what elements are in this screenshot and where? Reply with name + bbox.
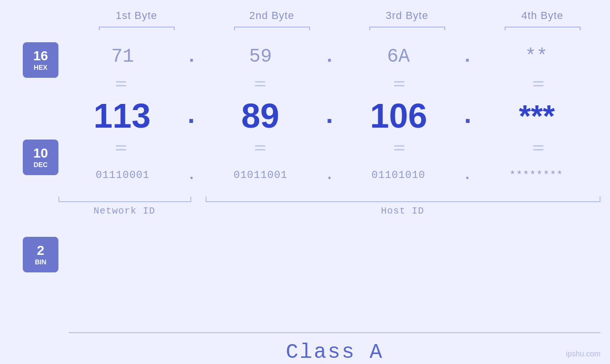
host-id-label: Host ID [205, 205, 601, 216]
equals-2 [197, 81, 322, 86]
watermark: ipshu.com [566, 350, 601, 358]
hex-row: 71 . 59 . 6A . ** [58, 37, 601, 75]
equals-4 [476, 81, 601, 86]
byte-headers-row: 1st Byte 2nd Byte 3rd Byte 4th Byte [0, 9, 610, 22]
bin-badge: 2 BIN [23, 237, 58, 272]
bottom-bracket-lines [58, 196, 601, 203]
byte-header-3: 3rd Byte [339, 9, 475, 22]
network-bottom-bracket [58, 196, 191, 202]
hex-base-label: HEX [34, 64, 47, 71]
byte-header-4: 4th Byte [475, 9, 610, 22]
equals-7 [337, 145, 461, 150]
dec-b1-cell: 113 [58, 96, 186, 135]
bracket-1 [69, 27, 204, 30]
bin-base-label: BIN [35, 258, 46, 266]
dec-b1-value: 113 [94, 96, 150, 135]
dec-badge: 10 DEC [23, 140, 58, 175]
bin-b4-value: ******** [509, 169, 563, 181]
bracket-2 [204, 27, 339, 30]
hex-base-number: 16 [33, 49, 48, 64]
dec-b3-cell: 106 [335, 96, 462, 135]
dec-base-number: 10 [33, 146, 48, 161]
top-brackets [0, 27, 610, 30]
bin-b1-cell: 01110001 [58, 169, 187, 181]
dec-b2-value: 89 [241, 96, 279, 135]
bin-b2-cell: 01011001 [197, 169, 325, 181]
equals-5 [58, 145, 183, 150]
hex-badge: 16 HEX [23, 42, 58, 78]
bin-b2-value: 01011001 [234, 169, 288, 181]
main-container: 1st Byte 2nd Byte 3rd Byte 4th Byte 16 H… [0, 0, 610, 364]
dec-b4-cell: *** [473, 98, 601, 134]
equals-1 [58, 81, 183, 86]
hex-b2-cell: 59 [197, 46, 325, 67]
equals-row-2 [58, 140, 601, 156]
bin-b3-cell: 01101010 [334, 169, 463, 181]
class-section: Class A [0, 332, 610, 364]
byte-header-1: 1st Byte [69, 9, 204, 22]
class-divider-line [69, 332, 601, 333]
bracket-3 [339, 27, 475, 30]
main-data-area: 16 HEX 10 DEC 2 BIN 71 . [0, 37, 610, 324]
equals-row-1 [58, 75, 601, 92]
equals-3 [337, 81, 461, 86]
dec-base-label: DEC [34, 161, 48, 168]
bin-b4-cell: ******** [472, 169, 601, 181]
bottom-label-section: Network ID Host ID [58, 196, 601, 216]
host-bottom-bracket [206, 196, 601, 202]
class-label: Class A [69, 340, 601, 364]
dec-row: 113 . 89 . 106 . *** [58, 92, 601, 140]
hex-b4-cell: ** [472, 46, 601, 67]
bracket-4 [475, 27, 610, 30]
hex-b4-value: ** [525, 46, 548, 67]
network-id-label: Network ID [58, 205, 190, 216]
dec-b2-cell: 89 [197, 96, 324, 135]
id-labels-row: Network ID Host ID [58, 205, 601, 216]
hex-b2-value: 59 [249, 46, 272, 67]
bin-b3-value: 01101010 [371, 169, 425, 181]
hex-b1-cell: 71 [58, 46, 187, 67]
base-labels: 16 HEX 10 DEC 2 BIN [0, 37, 58, 272]
byte-header-2: 2nd Byte [204, 9, 339, 22]
dec-b3-value: 106 [370, 96, 427, 135]
bin-row: 01110001 . 01011001 . 01101010 . *******… [58, 156, 601, 194]
hex-b3-cell: 6A [334, 46, 463, 67]
dec-b4-value: *** [519, 98, 555, 134]
hex-b1-value: 71 [111, 46, 134, 67]
hex-b3-value: 6A [387, 46, 410, 67]
bin-b1-value: 01110001 [95, 169, 150, 181]
equals-6 [197, 145, 322, 150]
bin-base-number: 2 [37, 243, 45, 258]
equals-8 [476, 145, 601, 150]
